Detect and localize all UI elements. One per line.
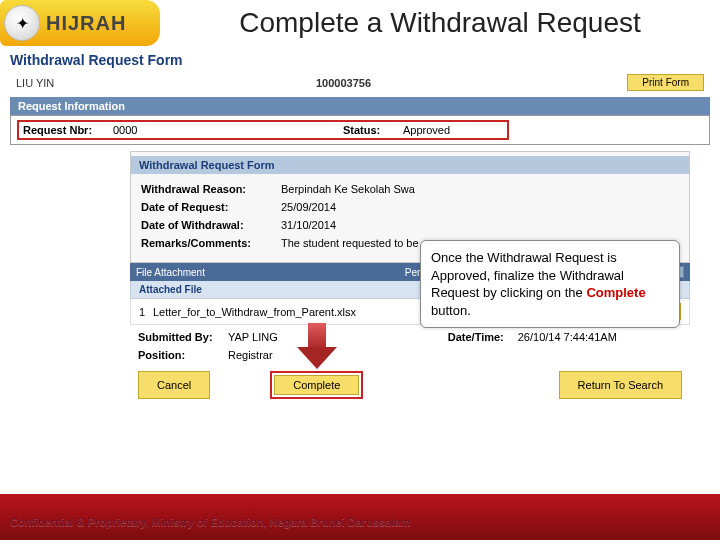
date-request-value: 25/09/2014 [281,201,336,213]
footer-text: Confidential & Proprietary, Ministry of … [10,516,410,528]
print-form-button[interactable]: Print Form [627,74,704,91]
student-name: LIU YIN [16,77,116,89]
form-title: Withdrawal Request Form [10,52,710,68]
arrow-head-icon [297,347,337,369]
instruction-callout: Once the Withdrawal Request is Approved,… [420,240,680,328]
datetime-value: 26/10/14 7:44:41AM [518,331,617,343]
date-withdrawal-label: Date of Withdrawal: [141,219,281,231]
brand-logo: ✦ HIJRAH [0,0,160,46]
complete-highlight: Complete [270,371,363,399]
position-value: Registrar [228,349,273,361]
date-request-label: Date of Request: [141,201,281,213]
remarks-label: Remarks/Comments: [141,237,281,249]
request-info-header: Request Information [10,97,710,115]
cancel-button[interactable]: Cancel [138,371,210,399]
status-value: Approved [403,124,503,136]
submitted-by-value: YAP LING [228,331,278,343]
reason-label: Withdrawal Reason: [141,183,281,195]
brand-text: HIJRAH [46,12,126,35]
position-label: Position: [138,349,228,361]
request-nbr-value: 0000 [113,124,183,136]
inner-form-header: Withdrawal Request Form [131,156,689,174]
return-to-search-button[interactable]: Return To Search [559,371,682,399]
remarks-value: The student requested to be [281,237,419,249]
row-number: 1 [139,306,153,318]
file-attachment-header: File Attachment [136,267,205,278]
student-id: 100003756 [316,77,371,89]
submitted-by-label: Submitted By: [138,331,228,343]
attachment-filename: Letter_for_to_Withdraw_from_Parent.xlsx [153,306,356,318]
status-label: Status: [343,124,403,136]
date-withdrawal-value: 31/10/2014 [281,219,336,231]
request-nbr-label: Request Nbr: [23,124,113,136]
slide-title: Complete a Withdrawal Request [160,7,720,39]
complete-button[interactable]: Complete [274,375,359,395]
datetime-label: Date/Time: [448,331,518,343]
emblem-icon: ✦ [4,5,40,41]
request-info-highlight: Request Nbr: 0000 Status: Approved [17,120,509,140]
reason-value: Berpindah Ke Sekolah Swa [281,183,415,195]
